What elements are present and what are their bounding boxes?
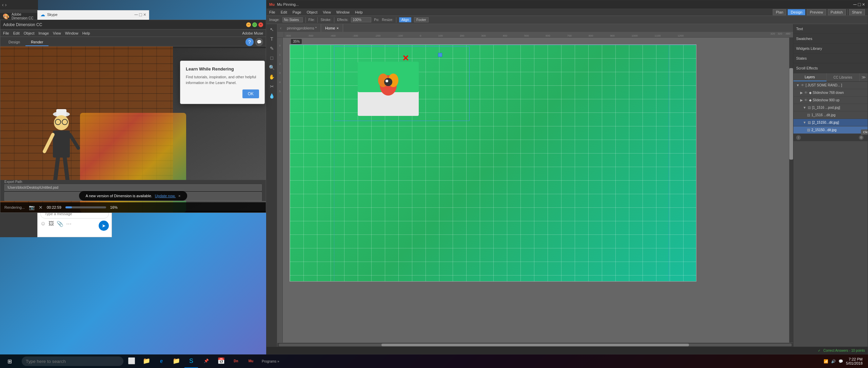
send-button[interactable]: ➤	[99, 221, 109, 231]
tool-slice[interactable]: ✂	[268, 82, 276, 90]
muse-menu-help[interactable]: Help	[355, 10, 363, 14]
muse-plan-button[interactable]: Plan	[773, 9, 786, 15]
layer-visibility-icon[interactable]: 👁	[801, 83, 804, 87]
dimension-chat-button[interactable]: 💬	[255, 38, 263, 46]
dimension-maximize-button[interactable]: □	[252, 22, 257, 27]
firefox-forward-button[interactable]: ›	[5, 2, 7, 7]
tool-pen[interactable]: ✎	[268, 44, 276, 53]
cortana-search[interactable]	[22, 356, 123, 366]
dim-menu-file[interactable]: File	[3, 31, 9, 35]
layer-item-1516-dit[interactable]: 🖼 1_1516 ...dit.jpg	[793, 111, 868, 119]
layer-info-button[interactable]: i	[796, 135, 801, 140]
prop-footer-button[interactable]: Footer	[414, 17, 429, 22]
taskbar-edge[interactable]: e	[155, 354, 168, 368]
dimension-learn-button[interactable]: ?	[245, 38, 254, 46]
hscroll-thumb[interactable]	[381, 344, 689, 346]
swatches-section-header[interactable]: Swatches	[793, 34, 868, 43]
camera-icon[interactable]: 📷	[29, 205, 35, 210]
tool-rectangle[interactable]: □	[268, 54, 276, 62]
learn-ok-button[interactable]: OK	[242, 89, 259, 98]
dimension-minimize-button[interactable]: ─	[246, 22, 251, 27]
tool-hand[interactable]: ✋	[268, 73, 276, 81]
dim-menu-help[interactable]: Help	[82, 31, 90, 35]
taskbar-adobe-muse[interactable]: Mu	[244, 354, 258, 368]
muse-close-button[interactable]: ×	[862, 2, 865, 7]
muse-page-canvas[interactable]: [ Just Some Random... ] ✕	[283, 38, 789, 343]
muse-tab-home[interactable]: Home ×	[321, 24, 343, 32]
tool-select[interactable]: ↖	[268, 25, 276, 34]
layer-settings-button[interactable]: ⚙	[859, 135, 864, 140]
dim-menu-image[interactable]: Image	[39, 31, 49, 35]
task-view-button[interactable]: ⬜	[125, 354, 138, 368]
layer-item-root[interactable]: ▼ 👁 [ JUST SOME RAND... ]	[793, 82, 868, 89]
firefox-back-button[interactable]: ‹	[2, 2, 4, 7]
taskbar-calendar[interactable]: 📅	[214, 354, 228, 368]
stop-render-icon[interactable]: ✕	[39, 205, 43, 210]
layer-vis-768[interactable]: 👁	[804, 91, 808, 95]
dimension-close-button[interactable]: ×	[258, 22, 263, 27]
panel-expand-button[interactable]: ≫	[860, 73, 868, 81]
attachment-button[interactable]: 📎	[57, 221, 63, 231]
layer-item-15150-dit[interactable]: ▼ 🖼 [2_15150...dit.jpg]	[793, 119, 868, 126]
taskbar-pinning[interactable]: 📌	[199, 354, 213, 368]
dim-menu-edit[interactable]: Edit	[13, 31, 20, 35]
muse-horizontal-scrollbar[interactable]	[277, 343, 793, 347]
dim-menu-view[interactable]: View	[53, 31, 61, 35]
muse-menu-page[interactable]: Page	[293, 10, 301, 14]
muse-vertical-scrollbar[interactable]	[789, 38, 793, 343]
layer-vis-900[interactable]: 👁	[804, 98, 808, 102]
prop-align-button[interactable]: Align	[399, 17, 411, 22]
taskbar-file-explorer-2[interactable]: 📁	[170, 354, 183, 368]
page-content[interactable]: ✕	[290, 45, 696, 281]
taskbar-file-explorer[interactable]: 📁	[140, 354, 153, 368]
selection-box[interactable]: ✕	[334, 46, 470, 121]
muse-menu-edit[interactable]: Edit	[281, 10, 287, 14]
layer-item-slideshow-768[interactable]: ▶ 👁 ◆ Slideshow 768 down	[793, 89, 868, 97]
more-button[interactable]: ⋯	[66, 221, 72, 231]
vscroll-thumb[interactable]	[789, 68, 793, 160]
image-button[interactable]: 🖼	[48, 221, 54, 231]
dim-menu-object[interactable]: Object	[24, 31, 35, 35]
tool-magnify[interactable]: 🔍	[268, 63, 276, 71]
update-close-button[interactable]: ×	[178, 194, 180, 198]
muse-maximize-button[interactable]: □	[858, 2, 861, 7]
skype-maximize-button[interactable]: □	[139, 12, 142, 17]
taskbar-programs-overflow[interactable]: Programs »	[262, 360, 279, 363]
muse-back-nav[interactable]: ‹	[280, 26, 281, 30]
muse-preview-button[interactable]: Preview	[807, 9, 826, 15]
muse-design-button[interactable]: Design	[788, 9, 805, 15]
muse-menu-view[interactable]: View	[323, 10, 331, 14]
taskbar-adobe-dimension[interactable]: Dn	[229, 354, 243, 368]
vscroll-track[interactable]	[789, 38, 793, 343]
dim-menu-window[interactable]: Window	[65, 31, 78, 35]
layers-tab[interactable]: Layers	[793, 73, 827, 81]
muse-tab-pinningproblems[interactable]: pinningproblems *	[283, 24, 321, 32]
layer-item-15150-file[interactable]: 🖼 2_15150...dit.jpg	[793, 126, 868, 134]
hscroll-track[interactable]	[279, 344, 792, 346]
widgets-header[interactable]: Widgets Library	[793, 44, 868, 53]
text-section-header[interactable]: Text	[793, 24, 868, 34]
layer-item-slideshow-900[interactable]: ▶ 👁 ◆ Slideshow 900 up	[793, 97, 868, 104]
canvas-page[interactable]: [ Just Some Random... ] ✕	[290, 44, 696, 282]
skype-close-button[interactable]: ×	[143, 12, 146, 17]
skype-minimize-button[interactable]: ─	[134, 12, 138, 17]
notification-icon[interactable]: 💬	[839, 359, 843, 364]
muse-menu-window[interactable]: Window	[336, 10, 350, 14]
update-link[interactable]: Update now.	[155, 194, 176, 198]
states-header[interactable]: States	[793, 54, 868, 63]
system-clock[interactable]: 7:22 PM 5/01/2018	[846, 357, 863, 365]
scroll-effects-header[interactable]: Scroll Effects	[793, 63, 868, 73]
muse-minimize-button[interactable]: ─	[853, 2, 856, 7]
blue-selection-handle[interactable]	[438, 53, 442, 57]
dimension-tab-render[interactable]: Render	[25, 39, 48, 46]
close-tab-icon[interactable]: ×	[336, 26, 338, 30]
muse-publish-button[interactable]: Publish	[828, 9, 846, 15]
layer-item-1516-pod[interactable]: ▼ 🖼 [1_1516 ...pod.jpg]	[793, 104, 868, 111]
tool-eyedropper[interactable]: 💧	[268, 92, 276, 100]
taskbar-skype[interactable]: S	[184, 354, 198, 368]
start-button[interactable]: ⊞	[3, 354, 16, 368]
tool-text[interactable]: T	[268, 35, 276, 43]
dimension-tab-design[interactable]: Design	[3, 39, 25, 46]
muse-menu-object[interactable]: Object	[307, 10, 317, 14]
muse-share-button[interactable]: Share	[849, 9, 865, 15]
